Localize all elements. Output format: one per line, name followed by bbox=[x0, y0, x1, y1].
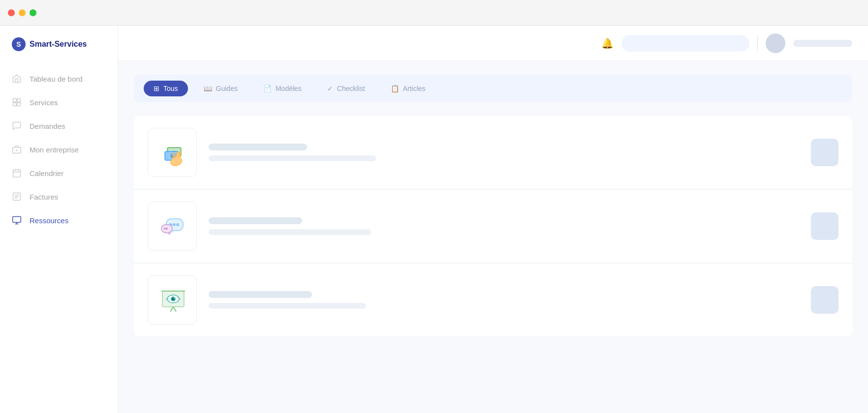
resource-card-2 bbox=[134, 190, 852, 263]
logo-text: Smart-Services bbox=[30, 40, 87, 49]
search-bar[interactable] bbox=[621, 35, 749, 52]
svg-point-27 bbox=[176, 223, 179, 226]
bell-icon[interactable]: 🔔 bbox=[601, 37, 614, 49]
header: 🔔 bbox=[118, 26, 868, 61]
sidebar: S Smart-Services Tableau de bord Service… bbox=[0, 26, 118, 413]
services-icon bbox=[12, 97, 22, 107]
sidebar-label-services: Services bbox=[30, 98, 58, 107]
sidebar-label-mon-entreprise: Mon entreprise bbox=[30, 146, 79, 154]
svg-point-30 bbox=[166, 228, 168, 230]
dot-green[interactable] bbox=[30, 9, 36, 16]
card-info-1 bbox=[209, 144, 799, 161]
card-info-2 bbox=[209, 217, 799, 235]
sidebar-item-tableau-de-bord[interactable]: Tableau de bord bbox=[0, 67, 118, 90]
content-area: ⊞ Tous 📖 Guides 📄 Modèles ✓ Checklist 📋 bbox=[118, 61, 868, 413]
svg-point-26 bbox=[173, 223, 176, 226]
tous-label: Tous bbox=[163, 85, 178, 92]
modeles-label: Modèles bbox=[276, 85, 302, 92]
factures-icon bbox=[12, 192, 22, 202]
sidebar-item-ressources[interactable]: Ressources bbox=[0, 208, 118, 232]
ressources-icon bbox=[12, 215, 22, 225]
card-desc-2 bbox=[209, 229, 371, 235]
logo-icon: S bbox=[12, 37, 26, 51]
svg-rect-15 bbox=[13, 217, 21, 223]
avatar bbox=[766, 33, 785, 53]
modeles-icon: 📄 bbox=[263, 85, 272, 92]
logo: S Smart-Services bbox=[0, 37, 118, 67]
svg-rect-1 bbox=[17, 99, 21, 102]
checklist-icon: ✓ bbox=[327, 85, 333, 92]
card-title-2 bbox=[209, 217, 302, 224]
filter-tab-checklist[interactable]: ✓ Checklist bbox=[317, 81, 375, 96]
sidebar-label-ressources: Ressources bbox=[30, 216, 68, 225]
header-divider bbox=[757, 35, 758, 51]
card-desc-1 bbox=[209, 155, 376, 161]
user-name bbox=[793, 40, 852, 47]
svg-point-38 bbox=[174, 297, 175, 298]
card-action-1[interactable] bbox=[811, 139, 838, 166]
card-action-2[interactable] bbox=[811, 212, 838, 240]
guides-label: Guides bbox=[216, 85, 238, 92]
svg-rect-3 bbox=[17, 103, 21, 106]
svg-line-33 bbox=[173, 307, 176, 312]
card-image-3 bbox=[155, 283, 189, 317]
sidebar-item-calendrier[interactable]: Calendrier bbox=[0, 161, 118, 185]
sidebar-item-services[interactable]: Services bbox=[0, 90, 118, 114]
sidebar-label-calendrier: Calendrier bbox=[30, 169, 63, 177]
card-thumb-3 bbox=[148, 275, 197, 324]
resource-list: $ $ bbox=[134, 116, 852, 336]
home-icon bbox=[12, 74, 22, 84]
entreprise-icon bbox=[12, 145, 22, 154]
resource-card-3 bbox=[134, 264, 852, 336]
svg-point-29 bbox=[164, 228, 166, 230]
sidebar-label-tableau-de-bord: Tableau de bord bbox=[30, 75, 83, 83]
card-thumb-1: $ $ bbox=[148, 128, 197, 177]
articles-icon: 📋 bbox=[391, 85, 399, 92]
card-desc-3 bbox=[209, 303, 366, 309]
card-image-2 bbox=[155, 209, 189, 243]
sidebar-item-mon-entreprise[interactable]: Mon entreprise bbox=[0, 138, 118, 161]
svg-rect-0 bbox=[13, 99, 17, 102]
resource-card-1: $ $ bbox=[134, 116, 852, 189]
guides-icon: 📖 bbox=[204, 85, 212, 92]
card-image-1: $ $ bbox=[155, 135, 189, 170]
main-content: 🔔 ⊞ Tous 📖 Guides 📄 Modèles bbox=[118, 26, 868, 413]
card-thumb-2 bbox=[148, 202, 197, 251]
card-title-3 bbox=[209, 291, 312, 298]
filter-tab-articles[interactable]: 📋 Articles bbox=[381, 81, 435, 96]
filter-tab-tous[interactable]: ⊞ Tous bbox=[144, 81, 188, 96]
card-title-1 bbox=[209, 144, 307, 150]
app-container: S Smart-Services Tableau de bord Service… bbox=[0, 26, 868, 413]
dot-red[interactable] bbox=[8, 9, 15, 16]
filter-tab-modeles[interactable]: 📄 Modèles bbox=[253, 81, 311, 96]
sidebar-label-factures: Factures bbox=[30, 193, 58, 201]
dot-yellow[interactable] bbox=[19, 9, 26, 16]
sidebar-label-demandes: Demandes bbox=[30, 122, 65, 130]
card-info-3 bbox=[209, 291, 799, 309]
titlebar bbox=[0, 0, 868, 26]
checklist-label: Checklist bbox=[337, 85, 365, 92]
calendrier-icon bbox=[12, 168, 22, 178]
sidebar-item-factures[interactable]: Factures bbox=[0, 185, 118, 208]
demandes-icon bbox=[12, 121, 22, 131]
card-action-3[interactable] bbox=[811, 286, 838, 314]
svg-rect-7 bbox=[13, 170, 21, 177]
articles-label: Articles bbox=[403, 85, 426, 92]
svg-rect-2 bbox=[13, 103, 17, 106]
tous-icon: ⊞ bbox=[154, 85, 159, 92]
filter-tab-guides[interactable]: 📖 Guides bbox=[194, 81, 248, 96]
svg-line-32 bbox=[170, 307, 173, 312]
filter-bar: ⊞ Tous 📖 Guides 📄 Modèles ✓ Checklist 📋 bbox=[134, 75, 852, 102]
sidebar-item-demandes[interactable]: Demandes bbox=[0, 114, 118, 138]
